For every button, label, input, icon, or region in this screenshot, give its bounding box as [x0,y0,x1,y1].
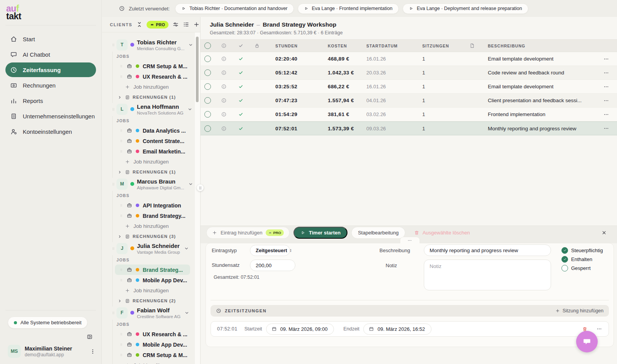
drag-handle-icon[interactable] [120,342,123,347]
chevron-down-icon[interactable] [184,310,190,316]
add-job-button[interactable]: Job hinzufügen [113,360,194,364]
client-row[interactable]: F Fabian Wolf Crestline Software AG [111,307,194,319]
add-job-button[interactable]: Job hinzufügen [113,221,194,231]
row-menu-button[interactable] [603,98,609,104]
billable-check-icon[interactable] [238,70,244,76]
add-client-button[interactable] [193,21,200,28]
invoices-section[interactable]: RECHNUNGEN (3) [113,231,194,241]
job-item[interactable]: CRM Setup & M... [113,61,190,71]
session-menu-button[interactable] [596,326,602,332]
end-time-picker[interactable]: 09. März 2026, 16:52 [363,324,432,335]
drag-handle-icon[interactable] [120,128,123,133]
delete-selected-button[interactable]: Ausgewählte löschen [414,230,470,236]
drag-handle-icon[interactable] [111,106,115,112]
table-row[interactable]: 01:54:29 381,61 € 03.02.26 1 Frontend im… [201,108,617,121]
job-item[interactable]: CRM Setup & M... [113,350,190,360]
billable-check-icon[interactable] [238,111,244,117]
toggle-circle[interactable] [561,247,568,254]
row-select-circle[interactable] [204,83,211,90]
job-item[interactable]: Data Analytics ... [113,125,190,136]
job-item[interactable]: Content Strate... [113,136,190,146]
row-select-circle[interactable] [204,56,211,62]
row-select-circle[interactable] [204,69,211,76]
client-row[interactable]: L Lena Hoffmann NovaTech Solutions AG [111,103,194,115]
sidebar-item-kontoeinstellungen[interactable]: Kontoeinstellungen [5,124,96,139]
drag-handle-icon[interactable] [120,203,123,208]
info-icon[interactable] [221,84,227,89]
add-session-button[interactable]: Sitzung hinzufügen [555,308,604,313]
collapse-sidebar-button[interactable] [86,334,93,340]
job-item[interactable]: Brand Strategy... [113,211,190,221]
recent-entry-chip[interactable]: Eva Lange · Frontend implementation [298,3,399,14]
drag-handle-icon[interactable] [120,332,123,337]
sidebar-item-ai-chatbot[interactable]: AI Chatbot [5,47,96,62]
toggle-enthalten[interactable]: Enthalten [561,255,592,263]
collapse-all-icon[interactable] [136,21,143,28]
job-item[interactable]: Email Marketin... [113,146,190,157]
client-row[interactable]: J Julia Schneider Vantage Media Group [111,242,194,254]
row-menu-button[interactable] [603,84,609,90]
sidebar-item-zeiterfassung[interactable]: Zeiterfassung [5,62,96,77]
job-item[interactable]: Brand Strateg... [115,265,190,275]
close-panel-button[interactable] [601,230,607,236]
row-select-circle[interactable] [204,97,211,104]
start-timer-button[interactable]: Timer starten [293,227,347,239]
billable-check-icon[interactable] [238,98,244,103]
table-row[interactable]: 02:20:40 468,89 € 16.01.26 1 Email templ… [201,52,617,66]
chevron-down-icon[interactable] [188,181,194,187]
info-icon[interactable] [221,70,227,76]
row-menu-button[interactable] [603,70,609,76]
client-row[interactable]: T Tobias Richter Meridian Consulting G..… [111,39,194,51]
drag-handle-icon[interactable] [111,246,115,251]
sidebar-item-rechnungen[interactable]: Rechnungen [5,78,96,93]
chevron-down-icon[interactable] [187,106,193,112]
table-row[interactable]: 07:47:23 1.557,94 € 04.01.26 1 Client pr… [201,94,617,108]
drag-handle-icon[interactable] [120,278,123,283]
chevron-down-icon[interactable] [188,42,194,48]
row-menu-button[interactable] [603,125,609,131]
add-job-button[interactable]: Job hinzufügen [113,157,194,167]
invoices-section[interactable]: RECHNUNGEN (1) [113,167,194,177]
scrollbar-thumb[interactable] [196,37,199,102]
table-row[interactable]: 03:25:52 686,22 € 16.01.26 1 Email templ… [201,80,617,94]
table-row[interactable]: 07:52:01 1.573,39 € 09.03.26 1 Monthly r… [201,121,617,135]
batch-edit-button[interactable]: Stapelbearbeitung [351,227,405,239]
add-job-button[interactable]: Job hinzufügen [113,82,194,92]
row-select-circle[interactable] [204,111,211,118]
toggle-circle[interactable] [561,265,568,271]
drag-handle-icon[interactable] [111,310,115,316]
info-icon[interactable] [221,111,227,117]
add-job-button[interactable]: Job hinzufügen [113,285,194,296]
entry-type-select[interactable]: Zeitgesteuert ▲▼ [250,245,290,256]
description-input[interactable] [424,244,551,256]
invoices-section[interactable]: RECHNUNGEN (2) [113,296,194,306]
note-textarea[interactable] [424,260,551,290]
info-icon[interactable] [221,98,227,103]
support-chat-button[interactable] [576,331,598,352]
drag-handle-icon[interactable] [120,352,123,357]
job-item[interactable]: UX Research & ... [113,329,190,339]
drag-handle-icon[interactable] [111,181,115,187]
sidebar-item-start[interactable]: Start [5,32,96,46]
job-item[interactable]: Mobile App Dev... [113,339,190,350]
panel-resize-handle[interactable] [197,184,204,191]
select-all-circle[interactable] [204,42,211,49]
billable-check-icon[interactable] [238,84,244,89]
recent-entry-chip[interactable]: Eva Lange · Deployment and release prepa… [403,3,528,14]
add-entry-button[interactable]: Eintrag hinzufügen PRO [206,227,290,239]
filter-icon[interactable] [172,21,179,28]
recent-entry-chip[interactable]: Tobias Richter · Documentation and hando… [175,3,293,14]
toggle-steuerpflichtig[interactable]: Steuerpflichtig [561,246,603,254]
drag-handle-icon[interactable] [120,213,123,218]
table-row[interactable]: 05:12:42 1.042,33 € 20.03.26 1 Code revi… [201,66,617,80]
job-item[interactable]: UX Research & ... [113,71,190,82]
job-item[interactable]: API Integration [113,200,190,211]
billable-check-icon[interactable] [238,126,244,131]
client-row[interactable]: M Marcus Braun Alphawave Digital Gm... [111,178,194,190]
job-item[interactable]: Mobile App Dev... [113,275,190,285]
drag-handle-icon[interactable] [120,74,123,79]
invoices-section[interactable]: RECHNUNGEN (1) [113,92,194,102]
drag-handle-icon[interactable] [120,64,123,69]
row-menu-button[interactable] [603,111,609,118]
sidebar-item-reports[interactable]: Reports [5,93,96,108]
